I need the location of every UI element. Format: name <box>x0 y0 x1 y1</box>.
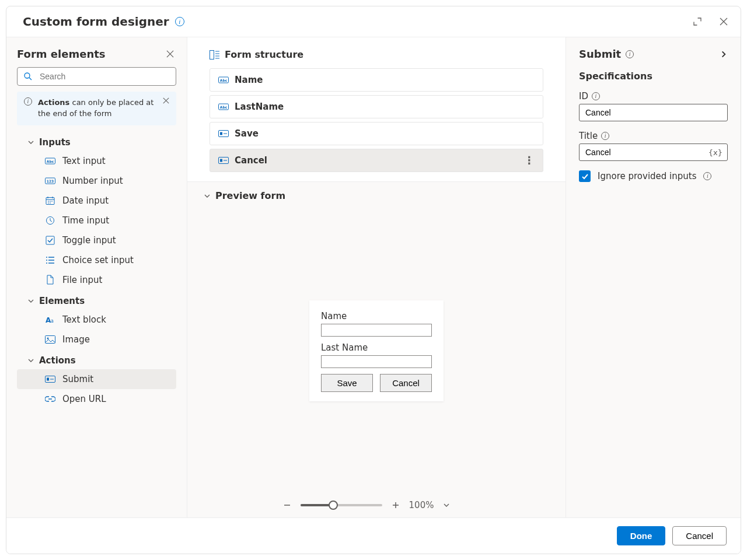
chevron-right-icon[interactable] <box>720 50 728 58</box>
item-number-input[interactable]: 123 Number input <box>17 171 176 191</box>
form-structure-section: Form structure Abc Name Abc LastName Sav… <box>187 37 566 181</box>
zoom-out-button[interactable] <box>283 501 291 509</box>
panel-close-button[interactable] <box>164 48 176 60</box>
form-structure-header: Form structure <box>210 49 543 60</box>
id-label: ID i <box>579 91 728 102</box>
item-submit[interactable]: Submit <box>17 369 176 389</box>
checkbox-checked-icon[interactable] <box>579 170 591 182</box>
item-date-input[interactable]: Date input <box>17 191 176 211</box>
item-file-input[interactable]: File input <box>17 270 176 290</box>
number-input-icon: 123 <box>45 177 55 185</box>
svg-text:123: 123 <box>47 179 54 183</box>
zoom-controls: 100% <box>187 496 566 513</box>
item-image[interactable]: Image <box>17 330 176 349</box>
close-button[interactable] <box>717 15 730 28</box>
info-icon[interactable]: i <box>592 92 600 100</box>
ignore-inputs-row[interactable]: Ignore provided inputs i <box>579 170 728 182</box>
text-icon: Aa <box>45 316 55 324</box>
svg-rect-14 <box>210 50 214 59</box>
preview-lastname-input[interactable] <box>321 355 432 368</box>
item-text-input[interactable]: Abc Text input <box>17 151 176 171</box>
form-elements-panel: Form elements i Actions can only be plac… <box>6 37 187 517</box>
preview-cancel-button[interactable]: Cancel <box>380 374 432 392</box>
item-toggle-input[interactable]: Toggle input <box>17 230 176 250</box>
svg-point-11 <box>47 337 49 339</box>
preview-save-button[interactable]: Save <box>321 374 373 392</box>
svg-rect-22 <box>220 159 222 162</box>
titlebar: Custom form designer i <box>6 6 741 37</box>
group-elements-header[interactable]: Elements <box>17 292 176 310</box>
preview-section: Preview form Name Last Name Save Cancel <box>187 181 566 517</box>
svg-rect-20 <box>220 132 222 135</box>
item-choice-set-input[interactable]: Choice set input <box>17 250 176 270</box>
submit-icon <box>218 130 229 137</box>
preview-name-input[interactable] <box>321 324 432 337</box>
window-title: Custom form designer <box>23 15 169 29</box>
preview-name-label: Name <box>321 311 432 321</box>
row-more-button[interactable]: ⋮ <box>524 158 535 162</box>
zoom-slider[interactable] <box>301 504 382 506</box>
svg-point-0 <box>25 73 30 78</box>
item-text-block[interactable]: Aa Text block <box>17 310 176 330</box>
submit-icon <box>45 376 55 383</box>
svg-text:a: a <box>51 318 54 324</box>
preview-card: Name Last Name Save Cancel <box>309 300 444 401</box>
search-field[interactable] <box>39 71 170 82</box>
done-button[interactable]: Done <box>617 526 666 545</box>
svg-rect-13 <box>47 377 49 380</box>
structure-row-name[interactable]: Abc Name <box>210 68 543 92</box>
group-inputs: Inputs Abc Text input 123 Number input D… <box>17 134 176 290</box>
center-panel: Form structure Abc Name Abc LastName Sav… <box>187 37 566 517</box>
banner-dismiss-button[interactable] <box>163 97 169 104</box>
zoom-in-button[interactable] <box>392 501 400 509</box>
search-input[interactable] <box>17 67 176 86</box>
expression-icon[interactable]: {x} <box>708 148 722 157</box>
info-icon[interactable]: i <box>626 50 634 58</box>
clock-icon <box>45 216 55 225</box>
submit-icon <box>218 157 229 164</box>
expand-icon <box>693 17 702 26</box>
svg-rect-10 <box>46 335 55 343</box>
id-input[interactable] <box>579 104 728 121</box>
svg-text:Abc: Abc <box>220 78 228 82</box>
info-icon: i <box>24 97 32 106</box>
structure-row-cancel[interactable]: Cancel ⋮ <box>210 149 543 172</box>
properties-title: Submit <box>579 48 621 60</box>
title-input[interactable]: {x} <box>579 144 728 161</box>
info-icon[interactable]: i <box>601 132 609 140</box>
svg-rect-7 <box>46 236 54 244</box>
file-icon <box>45 275 55 285</box>
item-open-url[interactable]: Open URL <box>17 389 176 409</box>
maximize-button[interactable] <box>690 15 704 29</box>
item-time-input[interactable]: Time input <box>17 211 176 230</box>
preview-lastname-label: Last Name <box>321 342 432 353</box>
properties-panel: Submit i Specifications ID i Title i {x} <box>566 37 741 517</box>
chevron-down-icon <box>27 139 34 146</box>
footer: Done Cancel <box>6 517 741 554</box>
text-input-icon: Abc <box>45 157 55 165</box>
structure-row-save[interactable]: Save <box>210 122 543 145</box>
info-icon[interactable]: i <box>703 172 711 180</box>
close-icon <box>166 50 174 58</box>
preview-header[interactable]: Preview form <box>187 190 566 205</box>
info-icon[interactable]: i <box>175 17 184 26</box>
list-icon <box>45 256 55 264</box>
text-input-icon: Abc <box>218 76 229 84</box>
preview-canvas: Name Last Name Save Cancel <box>187 205 566 496</box>
group-actions-header[interactable]: Actions <box>17 352 176 369</box>
cancel-button[interactable]: Cancel <box>672 526 727 545</box>
group-elements: Elements Aa Text block Image <box>17 292 176 349</box>
svg-text:Abc: Abc <box>47 159 54 163</box>
close-icon <box>720 18 728 26</box>
zoom-dropdown[interactable] <box>443 502 450 509</box>
info-banner-text: Actions can only be placed at the end of… <box>38 97 157 120</box>
group-inputs-header[interactable]: Inputs <box>17 134 176 151</box>
structure-icon <box>210 50 220 60</box>
chevron-down-icon <box>204 192 211 200</box>
ignore-inputs-label: Ignore provided inputs <box>598 171 696 181</box>
specifications-heading: Specifications <box>579 71 728 82</box>
main-area: Form elements i Actions can only be plac… <box>6 37 741 517</box>
svg-text:Abc: Abc <box>220 105 228 109</box>
structure-row-lastname[interactable]: Abc LastName <box>210 95 543 118</box>
chevron-down-icon <box>27 298 34 304</box>
